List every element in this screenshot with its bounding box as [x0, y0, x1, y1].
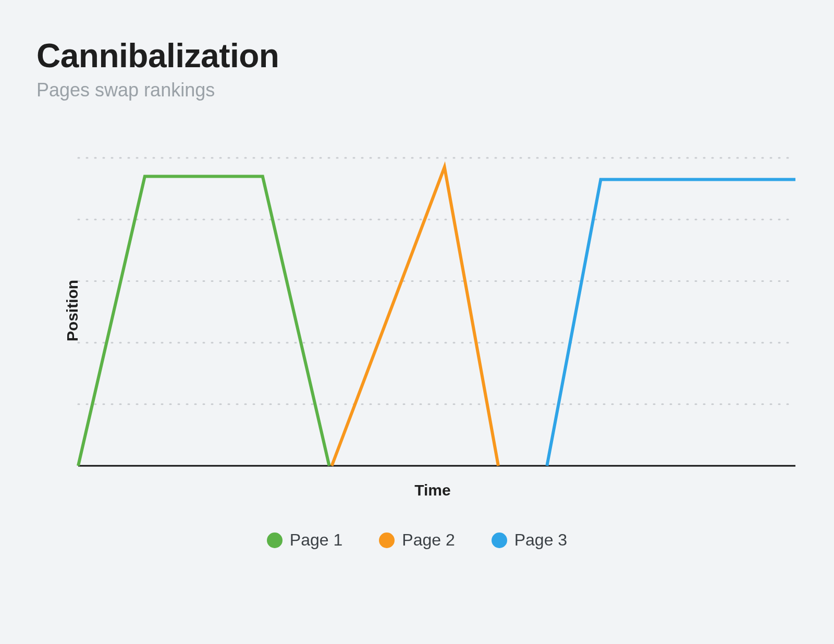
legend-label: Page 2: [402, 530, 455, 550]
legend-item: Page 1: [267, 530, 342, 550]
legend-swatch: [267, 532, 283, 548]
y-axis-label: Position: [64, 280, 81, 341]
x-axis-label: Time: [68, 481, 798, 499]
legend-swatch: [492, 532, 507, 548]
legend-label: Page 1: [290, 530, 342, 550]
legend-swatch: [379, 532, 395, 548]
chart-subtitle: Pages swap rankings: [36, 79, 798, 101]
chart-area: Position Time: [68, 122, 798, 499]
legend-label: Page 3: [514, 530, 567, 550]
line-chart: [68, 122, 798, 471]
legend: Page 1Page 2Page 3: [36, 530, 798, 550]
chart-title: Cannibalization: [36, 36, 798, 75]
legend-item: Page 3: [492, 530, 567, 550]
legend-item: Page 2: [379, 530, 455, 550]
